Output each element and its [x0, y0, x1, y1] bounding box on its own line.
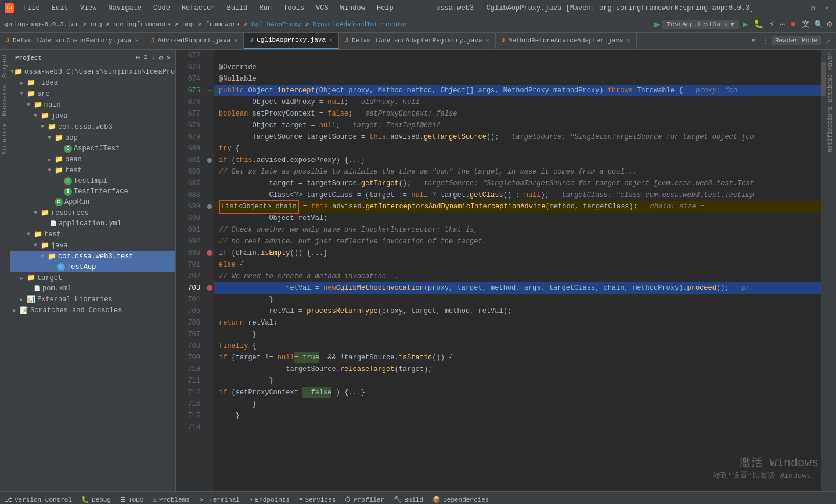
code-line-680: try { — [214, 143, 826, 154]
sidebar-close-icon[interactable]: ✕ — [167, 53, 171, 62]
code-editor[interactable]: @Override @Nullable public Object interc… — [214, 50, 826, 491]
test-main-label: test — [65, 167, 82, 175]
debug-tab[interactable]: 🐛 Debug — [81, 496, 111, 503]
debug-icon[interactable]: ▶ — [654, 19, 660, 30]
tree-testaop[interactable]: C TestAop — [10, 262, 175, 272]
maximize-button[interactable]: ❐ — [808, 3, 817, 13]
dependencies-tab[interactable]: 📦 Dependencies — [433, 496, 489, 503]
build-icon: 🔨 — [394, 496, 402, 503]
menu-tools[interactable]: Tools — [281, 3, 307, 13]
reader-mode-button[interactable]: Reader Mode — [772, 36, 821, 45]
todo-tab[interactable]: ☰ TODO — [120, 496, 143, 503]
menu-build[interactable]: Build — [224, 3, 250, 13]
tab-overflow-icon[interactable]: ▼ — [751, 37, 755, 44]
tree-aop[interactable]: ▼ 📁 aop — [10, 132, 175, 143]
tree-root[interactable]: ▼ 📁 ossa-web3 C:\Users\sunjinxin\IdeaPro… — [10, 66, 175, 77]
tab-default-advisor-chain[interactable]: J DefaultAdvisorChainFactory.java ✕ — [0, 33, 145, 49]
code-line-716: } — [214, 398, 826, 410]
tree-com-ossa[interactable]: ▼ 📁 com.ossa.web3 — [10, 121, 175, 132]
code-container[interactable]: 672 673 674 675 676 677 678 679 680 681 … — [176, 50, 826, 491]
stop-button[interactable]: ■ — [789, 19, 797, 30]
sidebar-settings-icon[interactable]: ⚙ — [159, 53, 163, 62]
windows-watermark: 激活 Windows 转到"设置"以激活 Windows。 — [713, 455, 819, 481]
tree-java-main[interactable]: ▼ 📁 java — [10, 110, 175, 121]
menu-window[interactable]: Window — [338, 3, 367, 13]
endpoints-tab[interactable]: ⚡ Endpoints — [249, 496, 290, 503]
tree-resources[interactable]: ▼ 📁 resources — [10, 207, 175, 218]
menu-vcs[interactable]: VCS — [314, 3, 331, 13]
gutter-690 — [205, 213, 214, 224]
tree-src[interactable]: ▼ 📁 src — [10, 88, 175, 99]
tree-apprun[interactable]: C AppRun — [10, 197, 175, 207]
tree-application-yml[interactable]: 📄 application.yml — [10, 218, 175, 229]
profiler-tab[interactable]: ⏱ Profiler — [345, 496, 384, 503]
notifications-label[interactable]: Notifications — [826, 105, 836, 154]
coverage-button[interactable]: ⚡ — [767, 18, 776, 30]
tab-close-icon[interactable]: ✕ — [234, 37, 237, 44]
sidebar: Project ⊕ ≡ ↕ ⚙ ✕ ▼ 📁 ossa-web3 C:\Users… — [10, 50, 176, 491]
tree-test-src[interactable]: ▼ 📁 test — [10, 229, 175, 240]
translate-button[interactable]: 文 — [800, 18, 812, 31]
close-button[interactable]: ✕ — [822, 3, 831, 13]
services-tab[interactable]: ≡ Services — [299, 496, 336, 503]
tree-main[interactable]: ▼ 📁 main — [10, 99, 175, 110]
tab-close-icon[interactable]: ✕ — [485, 37, 489, 44]
menu-code[interactable]: Code — [151, 3, 172, 13]
structure-label[interactable]: Structure — [1, 120, 9, 158]
tab-default-advisor-adapter[interactable]: J DefaultAdvisorAdapterRegistry.java ✕ — [339, 33, 495, 49]
vertical-scrollbar[interactable] — [821, 50, 826, 491]
tab-close-icon[interactable]: ✕ — [135, 37, 139, 44]
line-num: 716 — [181, 398, 200, 410]
tab-advised-support[interactable]: J AdvisedSupport.java ✕ — [145, 33, 244, 49]
sidebar-sort-icon[interactable]: ↕ — [151, 53, 155, 62]
tab-settings-icon[interactable]: ⋮ — [761, 36, 769, 46]
project-side-label[interactable]: Project — [1, 50, 9, 81]
build-tab[interactable]: 🔨 Build — [394, 496, 423, 503]
bookmarks-label[interactable]: Bookmarks — [1, 81, 9, 120]
java-file-icon: J — [502, 38, 505, 44]
problems-tab[interactable]: ⚠ Problems — [153, 496, 189, 503]
maven-label[interactable]: Maven — [826, 50, 836, 72]
search-button[interactable]: 🔍 — [814, 20, 823, 29]
menu-file[interactable]: File — [21, 3, 42, 13]
tab-close-icon[interactable]: ✕ — [329, 37, 333, 44]
menu-refactor[interactable]: Refactor — [179, 3, 218, 13]
menu-run[interactable]: Run — [257, 3, 274, 13]
run-button[interactable]: ▶ — [741, 18, 749, 30]
tree-bean[interactable]: ▶ 📁 bean — [10, 154, 175, 165]
menu-help[interactable]: Help — [374, 3, 396, 13]
tab-method-before-advice[interactable]: J MethodBeforeAdviceAdapter.java ✕ — [496, 33, 637, 49]
run-config[interactable]: TestAop.testData ▼ — [662, 20, 739, 29]
tree-java-test[interactable]: ▼ 📁 java — [10, 240, 175, 251]
line-numbers: 672 673 674 675 676 677 678 679 680 681 … — [176, 50, 205, 491]
menu-navigate[interactable]: Navigate — [106, 3, 144, 13]
minimize-button[interactable]: — — [794, 3, 803, 13]
terminal-tab[interactable]: >_ Terminal — [199, 496, 240, 503]
tree-testimpl[interactable]: C TestImpl — [10, 176, 175, 186]
scrollbar-thumb[interactable] — [821, 62, 826, 96]
tab-cglib-aop-proxy[interactable]: J CglibAopProxy.java ✕ — [244, 33, 339, 49]
tree-test-main[interactable]: ▼ 📁 test — [10, 165, 175, 176]
debug-button[interactable]: 🐛 — [752, 18, 765, 30]
tree-target[interactable]: ▶ 📁 target — [10, 272, 175, 283]
more-actions[interactable]: ⋯ — [779, 18, 787, 30]
gutter-676 — [205, 96, 214, 108]
tab-label: DefaultAdvisorAdapterRegistry.java — [352, 37, 482, 44]
menu-edit[interactable]: Edit — [49, 3, 71, 13]
tree-testinterface[interactable]: I TestInterface — [10, 186, 175, 197]
menu-view[interactable]: View — [78, 3, 99, 13]
sidebar-locate-icon[interactable]: ⊕ — [136, 53, 140, 62]
tree-idea[interactable]: ▶ 📁 .idea — [10, 77, 175, 88]
database-label[interactable]: Database — [826, 72, 836, 105]
tree-scratches[interactable]: ▶ 📝 Scratches and Consoles — [10, 305, 175, 316]
tab-close-icon[interactable]: ✕ — [627, 37, 630, 44]
tree-pom-xml[interactable]: 📄 pom.xml — [10, 283, 175, 294]
tree-com-ossa-test[interactable]: ▼ 📁 com.ossa.web3.test — [10, 251, 175, 262]
java-test-label: java — [51, 242, 68, 250]
version-control-tab[interactable]: ⎇ Version Control — [5, 496, 72, 503]
line-num: 676 — [181, 96, 200, 108]
settings-button[interactable]: ⚙ — [826, 18, 834, 30]
tree-external-libs[interactable]: ▶ 📊 External Libraries — [10, 294, 175, 305]
sidebar-collapse-icon[interactable]: ≡ — [143, 53, 147, 62]
tree-aspectjtest[interactable]: C AspectJTest — [10, 143, 175, 154]
